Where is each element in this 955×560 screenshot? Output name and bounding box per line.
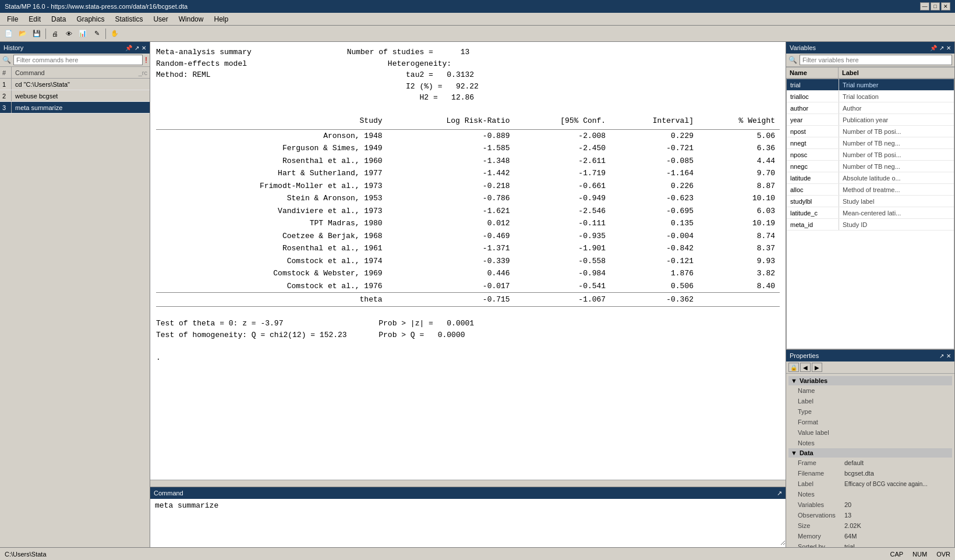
vars-popout-icon[interactable]: ↗ <box>939 45 944 51</box>
var-name: meta_id <box>787 219 839 230</box>
variables-panel: Variables 📌 ↗ ✕ 🔍 Name Label trial Trial… <box>786 42 955 547</box>
var-name: trial <box>787 79 839 90</box>
var-name: year <box>787 114 839 125</box>
properties-panel-header: Properties ↗ ✕ <box>786 350 954 361</box>
var-label: Absolute latitude o... <box>839 175 954 182</box>
props-row-notes: Notes <box>788 438 952 448</box>
var-name: npost <box>787 126 839 137</box>
status-bar: C:\Users\Stata CAP NUM OVR <box>0 547 955 560</box>
props-close-icon[interactable]: ✕ <box>946 353 951 359</box>
variable-row-year[interactable]: year Publication year <box>787 114 954 126</box>
table-row: Frimodt-Moller et al., 1973-0.218-0.6610… <box>156 180 780 193</box>
var-label: Mean-centered lati... <box>839 210 954 217</box>
props-row-sortedby: Sorted by trial <box>788 541 952 547</box>
menu-data[interactable]: Data <box>47 14 70 24</box>
var-col-label-label: Label <box>839 69 954 76</box>
props-row-datanotes: Notes <box>788 489 952 499</box>
command-pin-icon[interactable]: ↗ <box>777 490 782 497</box>
variables-filter-input[interactable] <box>800 55 952 65</box>
variable-row-nnegt[interactable]: nnegt Number of TB neg... <box>787 137 954 149</box>
properties-panel: Properties ↗ ✕ 🔒 ◀ ▶ ▼ Variables Name <box>786 349 954 547</box>
output-scrollbar[interactable] <box>150 480 786 487</box>
var-label: Number of TB posi... <box>839 128 954 135</box>
menu-user[interactable]: User <box>148 14 172 24</box>
output-panel: Meta-analysis summary Number of studies … <box>150 42 786 547</box>
props-val: 2.02K <box>844 522 950 529</box>
variable-row-trial[interactable]: trial Trial number <box>787 79 954 91</box>
variable-row-npost[interactable]: npost Number of TB posi... <box>787 126 954 137</box>
menu-statistics[interactable]: Statistics <box>110 14 147 24</box>
props-key: Notes <box>798 491 844 498</box>
close-button[interactable]: ✕ <box>941 2 950 10</box>
props-val: 64M <box>844 533 950 540</box>
variable-row-alloc[interactable]: alloc Method of treatme... <box>787 184 954 196</box>
vars-pin-icon[interactable]: 📌 <box>930 45 937 51</box>
col-rc-label: _rc <box>132 69 150 76</box>
props-data-section[interactable]: ▼ Data <box>788 448 952 458</box>
variables-list: trial Trial number trialloc Trial locati… <box>786 79 954 349</box>
menu-help[interactable]: Help <box>209 14 233 24</box>
output-content[interactable]: Meta-analysis summary Number of studies … <box>150 42 786 480</box>
history-search-bar: 🔍 ! <box>0 54 150 67</box>
table-row: Comstock et al., 1974-0.339-0.558-0.1219… <box>156 255 780 268</box>
menu-graphics[interactable]: Graphics <box>72 14 109 24</box>
props-key: Sorted by <box>798 543 844 547</box>
variable-row-author[interactable]: author Author <box>787 102 954 114</box>
variables-column-header: Name Label <box>786 67 954 79</box>
viewer-button[interactable]: 👁 <box>62 27 75 40</box>
open-button[interactable]: 📂 <box>16 27 29 40</box>
minimize-button[interactable]: — <box>920 2 929 10</box>
menu-window[interactable]: Window <box>174 14 208 24</box>
history-row-selected[interactable]: 3 meta summarize <box>0 102 150 114</box>
history-row[interactable]: 1 cd "C:\Users\Stata" <box>0 79 150 90</box>
menu-edit[interactable]: Edit <box>24 14 45 24</box>
output-table: Study Log Risk-Ratio [95% Conf. Interval… <box>156 115 780 307</box>
var-label: Number of TB posi... <box>839 151 954 158</box>
props-lock-button[interactable]: 🔒 <box>788 363 799 372</box>
command-input[interactable]: meta summarize <box>150 499 786 545</box>
props-back-button[interactable]: ◀ <box>800 363 811 372</box>
history-popout-icon[interactable]: ↗ <box>135 45 139 51</box>
var-name: author <box>787 102 839 114</box>
variable-row-nposc[interactable]: nposc Number of TB posi... <box>787 149 954 161</box>
var-label: Study label <box>839 198 954 205</box>
props-variables-section[interactable]: ▼ Variables <box>788 376 952 385</box>
save-button[interactable]: 💾 <box>30 27 43 40</box>
var-name: nposc <box>787 149 839 160</box>
search-icon: 🔍 <box>2 56 11 64</box>
new-file-button[interactable]: 📄 <box>2 27 15 40</box>
maximize-button[interactable]: □ <box>931 2 940 10</box>
variable-row-latitude[interactable]: latitude Absolute latitude o... <box>787 172 954 184</box>
props-key: Observations <box>798 512 844 519</box>
props-pin-icon[interactable]: ↗ <box>939 353 944 359</box>
props-val: 20 <box>844 501 950 508</box>
history-row-num: 1 <box>0 79 12 90</box>
history-row[interactable]: 2 webuse bcgset <box>0 90 150 102</box>
do-editor-button[interactable]: ✎ <box>90 27 103 40</box>
print-button[interactable]: 🖨 <box>48 27 61 40</box>
output-footer: Test of theta = 0: z = -3.97 Prob > |z| … <box>156 318 780 363</box>
variable-row-nnegc[interactable]: nnegc Number of TB neg... <box>787 161 954 172</box>
props-key: Memory <box>798 533 844 540</box>
status-ovr: OVR <box>936 551 950 558</box>
var-label: Trial number <box>839 81 954 88</box>
props-key: Value label <box>798 429 844 436</box>
props-row-filename: Filename bcgset.dta <box>788 468 952 479</box>
history-pin-icon[interactable]: 📌 <box>125 45 132 51</box>
menu-file[interactable]: File <box>2 14 23 24</box>
history-filter-input[interactable] <box>13 55 143 65</box>
var-label: Number of TB neg... <box>839 140 954 147</box>
history-close-icon[interactable]: ✕ <box>142 45 146 51</box>
variables-panel-header: Variables 📌 ↗ ✕ <box>786 42 954 54</box>
vars-close-icon[interactable]: ✕ <box>946 45 951 51</box>
variable-row-latitude_c[interactable]: latitude_c Mean-centered lati... <box>787 207 954 219</box>
props-key: Filename <box>798 470 844 477</box>
props-forward-button[interactable]: ▶ <box>812 363 822 372</box>
break-button[interactable]: ✋ <box>108 27 121 40</box>
props-key: Name <box>798 387 844 394</box>
variable-row-meta_id[interactable]: meta_id Study ID <box>787 219 954 231</box>
props-row-size: Size 2.02K <box>788 520 952 531</box>
graph-button[interactable]: 📊 <box>76 27 89 40</box>
variable-row-studylbl[interactable]: studylbl Study label <box>787 196 954 207</box>
variable-row-trialloc[interactable]: trialloc Trial location <box>787 91 954 102</box>
